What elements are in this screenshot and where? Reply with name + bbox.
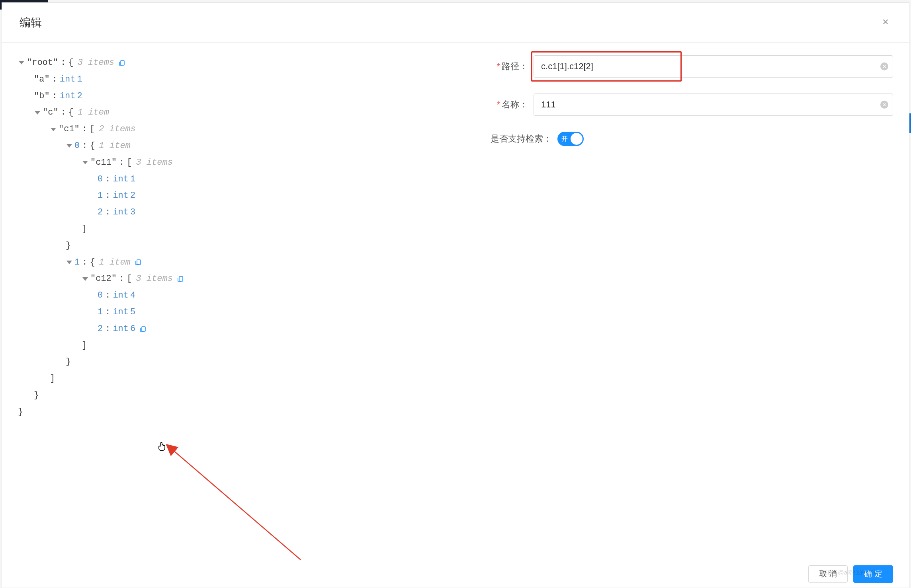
- svg-rect-1: [137, 260, 141, 265]
- clipboard-icon[interactable]: [118, 59, 125, 66]
- confirm-button[interactable]: 确 定: [853, 565, 893, 583]
- form-row-name: *名称： ✕: [462, 93, 893, 116]
- modal-body: "root" : { 3 items "a" : int 1 "b" :: [2, 43, 909, 560]
- caret-down-icon[interactable]: [66, 261, 72, 264]
- tree-close-bracket: ]: [18, 370, 438, 387]
- tree-node-c[interactable]: "c" : { 1 item: [18, 104, 438, 121]
- tree-node-c1-0[interactable]: 0 : { 1 item: [18, 138, 438, 154]
- svg-rect-0: [121, 60, 124, 65]
- tree-node-c12-2[interactable]: 2 : int 6: [18, 321, 438, 337]
- tree-meta: 3 items: [78, 55, 114, 71]
- tree-node-a[interactable]: "a" : int 1: [18, 71, 438, 88]
- clipboard-icon[interactable]: [139, 325, 147, 333]
- caret-down-icon[interactable]: [19, 61, 24, 64]
- path-label: *路径：: [462, 60, 534, 72]
- json-tree-panel: "root" : { 3 items "a" : int 1 "b" :: [18, 55, 438, 548]
- cancel-button[interactable]: 取 消: [808, 565, 848, 583]
- caret-down-icon[interactable]: [51, 128, 56, 131]
- name-label: *名称：: [462, 99, 534, 111]
- tree-node-c1[interactable]: "c1" : [ 2 items: [18, 121, 438, 138]
- tree-close-brace: }: [18, 354, 438, 370]
- tree-node-c1-1[interactable]: 1 : { 1 item: [18, 254, 438, 271]
- form-row-path: *路径： ✕: [462, 55, 893, 78]
- name-input[interactable]: [534, 93, 893, 116]
- modal-header: 编辑: [2, 3, 909, 43]
- toggle-knob: [571, 133, 583, 145]
- edit-modal: 编辑 "root" : { 3 items "a": [2, 2, 909, 588]
- tree-node-c11-1[interactable]: 1 : int 2: [18, 187, 438, 204]
- tree-node-c11[interactable]: "c11" : [ 3 items: [18, 154, 438, 171]
- tree-close-bracket: ]: [18, 337, 438, 354]
- tree-node-b[interactable]: "b" : int 2: [18, 88, 438, 105]
- caret-down-icon[interactable]: [35, 111, 40, 115]
- tree-node-c12-1[interactable]: 1 : int 5: [18, 304, 438, 321]
- path-input[interactable]: [534, 55, 893, 78]
- form-row-searchable: 是否支持检索： 开: [462, 132, 893, 146]
- clear-icon[interactable]: ✕: [880, 101, 888, 109]
- searchable-toggle[interactable]: 开: [557, 132, 584, 146]
- tree-close-brace: }: [18, 238, 438, 254]
- tree-key: "root": [27, 55, 58, 71]
- tree-root[interactable]: "root" : { 3 items: [18, 55, 438, 71]
- close-icon[interactable]: [878, 13, 893, 32]
- tree-close-brace: }: [18, 387, 438, 404]
- caret-down-icon[interactable]: [82, 161, 88, 164]
- caret-down-icon[interactable]: [66, 144, 72, 148]
- modal-title: 编辑: [20, 15, 42, 30]
- tree-node-c11-2[interactable]: 2 : int 3: [18, 204, 438, 221]
- clipboard-icon[interactable]: [177, 275, 184, 282]
- clipboard-icon[interactable]: [135, 259, 142, 266]
- tree-node-c12-0[interactable]: 0 : int 4: [18, 287, 438, 304]
- clear-icon[interactable]: ✕: [880, 62, 888, 70]
- svg-rect-3: [142, 327, 145, 331]
- tree-node-c11-0[interactable]: 0 : int 1: [18, 171, 438, 188]
- tree-close-bracket: ]: [18, 221, 438, 238]
- tree-close-brace: }: [18, 404, 438, 421]
- toggle-label: 开: [561, 135, 568, 143]
- tree-node-c12[interactable]: "c12" : [ 3 items: [18, 271, 438, 287]
- svg-rect-2: [179, 276, 183, 281]
- caret-down-icon[interactable]: [82, 277, 88, 281]
- modal-footer: 取 消 确 定: [2, 560, 909, 588]
- searchable-label: 是否支持检索：: [462, 133, 557, 145]
- form-panel: *路径： ✕ *名称： ✕ 是否支持检索：: [438, 55, 893, 548]
